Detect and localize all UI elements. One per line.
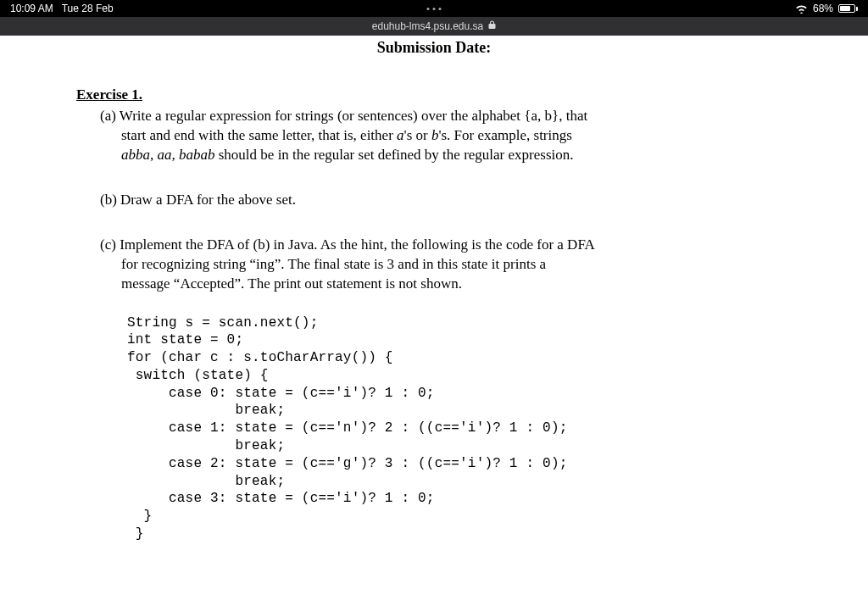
document-viewer[interactable]: Submission Date: Exercise 1. (a) Write a… bbox=[0, 36, 868, 606]
submission-date-label: Submission Date: bbox=[0, 36, 868, 57]
url-bar[interactable]: eduhub-lms4.psu.edu.sa bbox=[0, 17, 868, 36]
dot-icon bbox=[427, 8, 430, 10]
status-bar: 10:09 AM Tue 28 Feb 68% bbox=[0, 0, 868, 17]
part-c: (c) Implement the DFA of (b) in Java. As… bbox=[100, 236, 792, 294]
part-c-label: (c) bbox=[100, 236, 116, 253]
multitask-dots[interactable] bbox=[426, 8, 442, 10]
part-a-text: 's. For example, strings bbox=[438, 127, 571, 143]
exercise-title: Exercise 1. bbox=[76, 86, 792, 105]
lock-icon bbox=[488, 20, 496, 32]
wifi-icon bbox=[795, 4, 808, 14]
italic-examples: abba, aa, babab bbox=[121, 147, 215, 163]
part-c-text: for recognizing string “ing”. The final … bbox=[121, 256, 546, 272]
status-left: 10:09 AM Tue 28 Feb bbox=[10, 3, 114, 14]
url-text: eduhub-lms4.psu.edu.sa bbox=[372, 20, 483, 32]
code-block: String s = scan.next(); int state = 0; f… bbox=[127, 314, 792, 543]
dot-icon bbox=[433, 8, 436, 10]
battery-icon bbox=[838, 4, 858, 13]
part-a-text: start and end with the same letter, that… bbox=[121, 127, 397, 143]
part-a-text: should be in the regular set defined by … bbox=[215, 147, 574, 163]
part-a: (a) Write a regular expression for strin… bbox=[100, 107, 792, 165]
part-a-label: (a) bbox=[100, 108, 116, 124]
battery-percent: 68% bbox=[813, 3, 833, 14]
part-b-label: (b) bbox=[100, 192, 117, 208]
part-a-text: Write a regular expression for strings (… bbox=[120, 108, 587, 124]
status-date: Tue 28 Feb bbox=[62, 3, 114, 14]
italic-a: a bbox=[397, 127, 404, 143]
part-b-text: Draw a DFA for the above set. bbox=[120, 192, 296, 208]
part-b: (b) Draw a DFA for the above set. bbox=[100, 191, 792, 210]
part-c-text: Implement the DFA of (b) in Java. As the… bbox=[120, 236, 595, 253]
dot-icon bbox=[439, 8, 442, 10]
status-time: 10:09 AM bbox=[10, 3, 53, 14]
part-a-text: 's or bbox=[404, 127, 431, 143]
status-right: 68% bbox=[795, 3, 858, 14]
part-c-text: message “Accepted”. The print out statem… bbox=[121, 275, 462, 292]
page-body: Exercise 1. (a) Write a regular expressi… bbox=[0, 57, 868, 543]
